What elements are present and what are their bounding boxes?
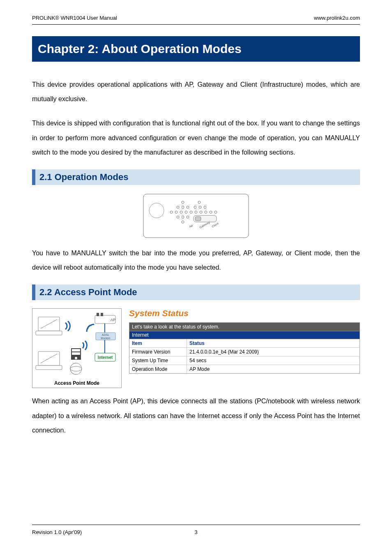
status-value: AP Mode bbox=[187, 365, 360, 373]
header-right: www.prolink2u.com bbox=[314, 15, 360, 21]
status-item: Operation Mode bbox=[129, 365, 187, 373]
device-switch-figure: Ap Gateway Client bbox=[143, 193, 249, 238]
ap-diagram-caption: Access Point Mode bbox=[34, 380, 120, 386]
status-group: Internet bbox=[129, 331, 360, 339]
chapter-title: Chapter 2: About Operation Modes bbox=[32, 36, 360, 62]
system-status-title: System Status bbox=[129, 308, 360, 318]
internet-label: Internet bbox=[98, 355, 113, 360]
svg-rect-31 bbox=[101, 313, 103, 316]
modem-label-1: ADSL bbox=[102, 333, 109, 336]
modem-label-2: Modem bbox=[101, 337, 111, 340]
status-value: 21.4.0.0.0.1e_b4 (Mar 24 2009) bbox=[187, 348, 360, 356]
header-left: PROLiNK® WNR1004 User Manual bbox=[32, 15, 117, 21]
status-value: 54 secs bbox=[187, 356, 360, 365]
status-header-row: Item Status bbox=[129, 339, 360, 348]
status-item: System Up Time bbox=[129, 356, 187, 365]
page-header: PROLiNK® WNR1004 User Manual www.prolink… bbox=[32, 15, 360, 25]
footer-page-number: 3 bbox=[194, 529, 197, 535]
svg-rect-25 bbox=[195, 217, 201, 221]
svg-rect-39 bbox=[72, 349, 80, 352]
status-row: Operation Mode AP Mode bbox=[129, 365, 360, 373]
section-2-2-para: When acting as an Access Point (AP), thi… bbox=[32, 394, 360, 437]
intro-paragraph-1: This device provides operational applica… bbox=[32, 77, 360, 106]
status-header-status: Status bbox=[187, 339, 360, 347]
intro-paragraph-2: This device is shipped with configuratio… bbox=[32, 116, 360, 160]
page-footer: Revision 1.0 (Apr'09) 3 bbox=[32, 525, 360, 535]
svg-rect-37 bbox=[36, 365, 62, 370]
section-2-1-note: You have to MANUALLY switch the bar into… bbox=[32, 246, 360, 275]
status-row: System Up Time 54 secs bbox=[129, 356, 360, 365]
svg-point-41 bbox=[75, 357, 77, 359]
svg-rect-30 bbox=[97, 313, 99, 316]
status-header-item: Item bbox=[129, 339, 187, 347]
section-2-1-title: 2.1 Operation Modes bbox=[32, 169, 360, 185]
footer-left: Revision 1.0 (Apr'09) bbox=[32, 529, 82, 535]
ap-label: AP bbox=[111, 318, 115, 322]
ap-mode-diagram: AP ADSL Modem bbox=[32, 308, 122, 388]
svg-rect-28 bbox=[36, 331, 62, 335]
svg-rect-40 bbox=[72, 352, 80, 355]
section-2-2-title: 2.2 Access Point Mode bbox=[32, 284, 360, 300]
status-item: Firmware Version bbox=[129, 348, 187, 356]
status-caption: Let's take a look at the status of syste… bbox=[129, 323, 360, 331]
system-status-panel: System Status Let's take a look at the s… bbox=[129, 308, 360, 374]
status-row: Firmware Version 21.4.0.0.0.1e_b4 (Mar 2… bbox=[129, 348, 360, 356]
